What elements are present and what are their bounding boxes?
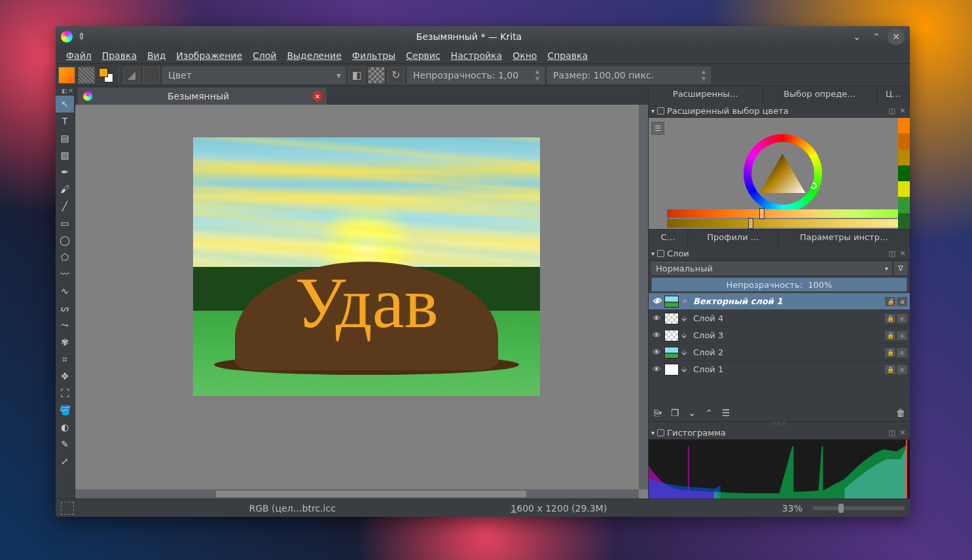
layer-name[interactable]: Слой 1 [693,364,882,374]
tool-ellipse[interactable]: ◯ [56,232,74,249]
tool-line[interactable]: ╱ [56,198,74,215]
menu-edit[interactable]: Правка [97,49,142,62]
swatch[interactable] [898,197,910,213]
layer-blend-mode-dropdown[interactable]: Нормальный [651,262,891,275]
visibility-toggle-icon[interactable]: 👁 [651,313,662,324]
layer-properties-button[interactable]: ☰ [719,406,732,419]
swatch[interactable] [898,166,910,181]
tool-bezier[interactable]: ∿ [56,283,74,300]
move-layer-up-button[interactable]: ⌃ [702,406,715,419]
status-zoom[interactable]: 33% [782,503,802,514]
collapse-icon[interactable]: ▾ [651,250,655,257]
maximize-button[interactable]: ⌃ [868,28,885,45]
tool-transform[interactable]: ↖ [56,96,74,113]
minimize-button[interactable]: ⌄ [848,28,865,45]
hue-marker-icon[interactable] [810,183,817,189]
float-icon[interactable]: ◫ [888,249,897,258]
layer-alpha-icon[interactable]: α [897,314,907,323]
menu-file[interactable]: Файл [61,49,97,62]
move-layer-down-button[interactable]: ⌄ [685,406,698,419]
layer-opacity-slider[interactable]: Непрозрачность: 100% [651,277,907,292]
tool-polyline[interactable]: 〰 [56,266,74,283]
visibility-toggle-icon[interactable]: 👁 [651,347,662,358]
menu-select[interactable]: Выделение [281,49,346,62]
horizontal-scrollbar[interactable] [75,489,639,499]
close-panel-icon[interactable]: ✕ [898,107,907,116]
layer-alpha-icon[interactable]: α [897,297,907,306]
layer-lock-icon[interactable]: 🔒 [885,314,895,323]
blend-mode-dropdown[interactable]: Цвет [162,67,346,84]
tool-transform2[interactable]: ⛶ [56,385,74,402]
tool-multibrush[interactable]: ✾ [56,334,74,351]
menu-help[interactable]: Справка [542,49,593,62]
close-button[interactable]: ✕ [888,28,905,45]
lock-icon[interactable] [657,429,664,436]
visibility-toggle-icon[interactable]: 👁 [651,296,662,307]
menu-window[interactable]: Окно [507,49,542,62]
layer-row[interactable]: 👁⬙Слой 2🔒α [649,344,910,361]
visibility-toggle-icon[interactable]: 👁 [651,364,662,375]
toolbox-header[interactable]: ◧✕ [56,86,75,96]
tab-tool-options[interactable]: Параметры инстр… [779,230,910,247]
tab-color[interactable]: Ц… [877,86,910,105]
fgbg-color-control[interactable] [98,67,115,84]
tool-rectangle[interactable]: ▭ [56,215,74,232]
lock-icon[interactable] [657,250,664,257]
close-panel-icon[interactable]: ✕ [898,249,907,258]
canvas-viewport[interactable]: Удав [75,105,648,499]
shade-bar-1[interactable] [667,209,898,218]
tool-crop[interactable]: ⌗ [56,351,74,368]
layer-row[interactable]: 👁⬙Слой 3🔒α [649,327,910,344]
collapse-icon[interactable]: ▾ [651,107,655,114]
swatch[interactable] [898,181,910,197]
tool-text[interactable]: T [56,113,74,130]
delete-layer-button[interactable]: 🗑 [894,406,907,419]
layer-alpha-icon[interactable]: α [897,331,907,340]
tool-polygon[interactable]: ⬠ [56,249,74,266]
color-settings-button[interactable]: ☰ [651,122,664,135]
tool-brush[interactable]: 🖌 [56,181,74,198]
close-tab-button[interactable]: ✕ [312,91,323,101]
canvas[interactable]: Удав [193,137,540,396]
tool-fill[interactable]: 🪣 [56,402,74,419]
zoom-slider[interactable] [813,506,905,510]
tab-layers[interactable]: С… [649,230,688,247]
brush-preset-button[interactable]: ◢ [123,67,140,84]
menu-layer[interactable]: Слой [247,49,281,62]
eraser-mode-button[interactable]: ◧ [348,67,365,84]
tool-pattern-edit[interactable]: ▨ [56,147,74,164]
brush-editor-button[interactable] [143,67,160,84]
layer-lock-icon[interactable]: 🔒 [885,348,895,357]
reload-preset-button[interactable]: ↻ [387,67,405,84]
tab-profiles[interactable]: Профили … [688,230,779,247]
tool-calligraphy[interactable]: ✒ [56,164,74,181]
layer-name[interactable]: Слой 4 [693,313,882,323]
tool-freehand-path[interactable]: ᔕ [56,300,74,317]
vertical-scrollbar[interactable] [639,105,648,489]
lock-icon[interactable] [657,107,664,114]
layer-lock-icon[interactable]: 🔒 [885,297,895,306]
menu-tools[interactable]: Сервис [401,49,445,62]
collapse-icon[interactable]: ▾ [651,429,655,436]
menu-view[interactable]: Вид [142,49,171,62]
tool-dynamic-brush[interactable]: ⤳ [56,317,74,334]
add-layer-button[interactable]: ⎘▾ [651,406,664,419]
tab-advanced-color[interactable]: Расширенны… [649,86,763,105]
duplicate-layer-button[interactable]: ❐ [668,406,681,419]
tab-specific-color[interactable]: Выбор опреде… [763,86,878,105]
layer-row[interactable]: 👁⬙Слой 4🔒α [649,310,910,327]
visibility-toggle-icon[interactable]: 👁 [651,330,662,341]
layer-name[interactable]: Слой 3 [693,330,882,340]
pattern-button[interactable] [78,67,95,84]
panel-grip[interactable]: ⠿⠿⠿ [649,421,910,427]
layer-lock-icon[interactable]: 🔒 [885,365,895,374]
tool-color-picker[interactable]: ✎ [56,436,74,453]
status-color-profile[interactable]: RGB (цел…btrc.icc [249,503,335,514]
menu-settings[interactable]: Настройка [446,49,508,62]
layer-name[interactable]: Слой 2 [693,347,882,357]
opacity-spinner[interactable]: Непрозрачность: 1,00 ▲▼ [407,67,545,84]
layer-lock-icon[interactable]: 🔒 [885,331,895,340]
document-tab[interactable]: Безымянный ✕ [78,88,327,105]
alpha-lock-button[interactable] [368,67,385,84]
size-spinner[interactable]: Размер: 100,00 пикс. ▲▼ [547,67,711,84]
